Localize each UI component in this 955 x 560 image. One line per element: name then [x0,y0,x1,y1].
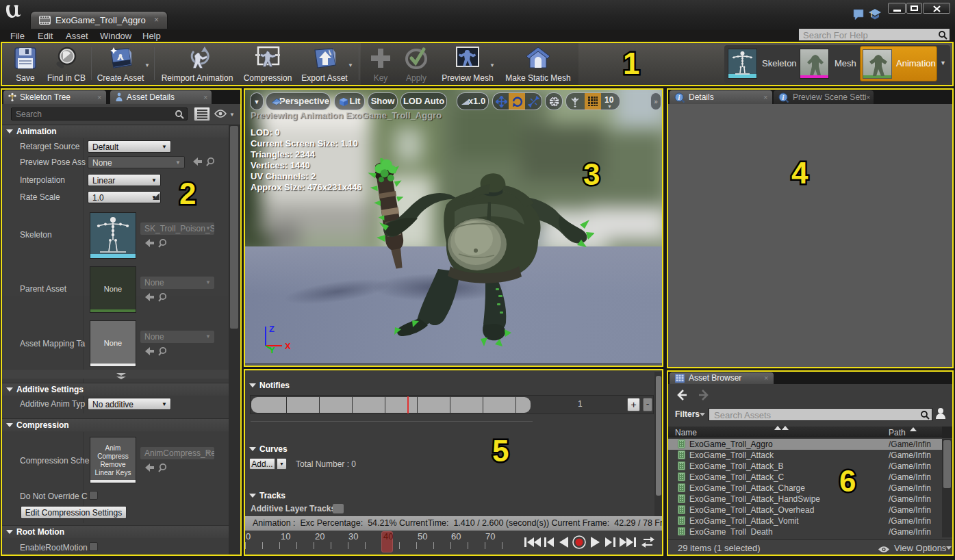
svg-text:Y: Y [269,345,275,353]
svg-text:i: i [782,94,785,101]
svg-text:Z: Z [269,324,275,334]
svg-text:i: i [678,94,680,101]
svg-text:X: X [285,341,291,351]
